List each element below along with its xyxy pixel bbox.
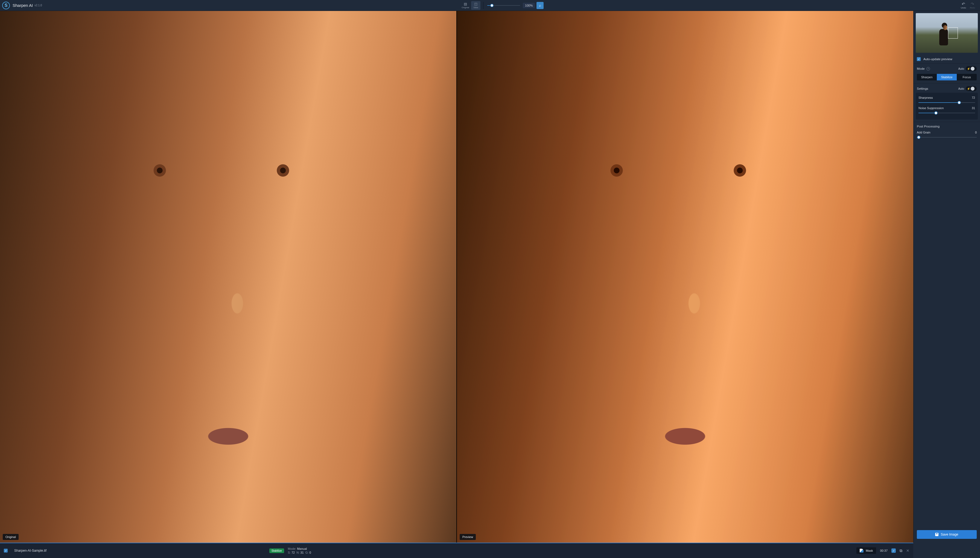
preview-tag: Preview [460, 534, 476, 540]
redo-icon: ↷ [971, 2, 974, 7]
add-grain-value: 0 [975, 131, 977, 134]
sharpness-label: Sharpness [918, 96, 933, 99]
mode-sharpen-button[interactable]: Sharpen [917, 74, 937, 80]
settings-auto-label: Auto [958, 87, 964, 90]
mode-stabilize-button[interactable]: Stabilize [937, 74, 957, 80]
magnifier-icon: ⌕ [539, 3, 541, 7]
redo-button: ↷ Redo [970, 2, 975, 9]
controls-sidebar: ✓ Auto-update preview Mode ? Auto ⚡ Shar… [913, 11, 980, 543]
navigator-viewport-box[interactable] [948, 27, 958, 39]
original-pane[interactable]: Original [0, 11, 456, 543]
app-logo-icon: S [2, 2, 10, 9]
add-grain-label: Add Grain [917, 131, 931, 134]
app-title: Sharpen AI [13, 3, 33, 8]
file-strip: ✓ Sharpen-AI-Sample.tif Stabilize Mode: … [0, 543, 913, 558]
preview-pane[interactable]: Preview [457, 11, 913, 543]
mode-auto-label: Auto [958, 67, 964, 70]
mode-help-icon[interactable]: ? [926, 67, 930, 71]
file-metadata: Mode: Manual S: 72 N: 31 G: 0 [288, 547, 311, 555]
auto-update-checkbox[interactable]: ✓ [917, 57, 921, 61]
add-grain-slider[interactable] [917, 136, 977, 139]
apply-button[interactable]: ✓ [892, 548, 896, 553]
undo-button[interactable]: ↶ Undo [961, 2, 966, 9]
zoom-slider[interactable] [487, 3, 520, 7]
bolt-icon: ⚡ [967, 67, 970, 70]
zoom-value[interactable]: 100% [523, 3, 535, 8]
mode-badge: Stabilize [269, 548, 284, 553]
image-icon: ▧ [464, 2, 467, 6]
settings-auto-toggle[interactable]: ⚡ [966, 86, 977, 91]
settings-title: Settings [917, 87, 928, 90]
preview-image [457, 11, 913, 543]
processing-time: 00:37 [880, 549, 888, 552]
title-bar: S Sharpen AI v2.1.0 ▧ Original ◫ View 10… [0, 0, 980, 11]
mode-title: Mode [917, 67, 925, 70]
noise-suppression-value: 31 [972, 107, 975, 110]
mode-focus-button[interactable]: Focus [957, 74, 977, 80]
original-view-button[interactable]: ▧ Original [461, 1, 470, 10]
original-tag: Original [3, 534, 19, 540]
noise-suppression-slider[interactable] [918, 111, 975, 115]
sharpness-value: 72 [972, 96, 975, 99]
navigator-thumbnail[interactable] [916, 13, 978, 53]
bolt-icon: ⚡ [967, 87, 970, 90]
split-icon: ◫ [474, 2, 477, 6]
filename[interactable]: Sharpen-AI-Sample.tif [14, 549, 46, 553]
app-version: v2.1.0 [34, 4, 42, 7]
post-processing-title: Post Processing [917, 125, 939, 128]
zoom-fit-button[interactable]: ⌕ [536, 2, 544, 9]
mode-auto-toggle[interactable]: ⚡ [966, 66, 977, 71]
mode-segmented-control: Sharpen Stabilize Focus [917, 74, 977, 80]
undo-icon: ↶ [962, 2, 965, 7]
image-viewer[interactable]: Original Preview [0, 11, 913, 543]
mask-button[interactable]: Mask [856, 547, 876, 554]
brush-icon [860, 549, 864, 553]
save-image-button[interactable]: Save Image [917, 530, 977, 539]
open-external-icon[interactable]: ⧉ [900, 548, 902, 553]
sharpness-slider[interactable] [918, 101, 975, 104]
noise-suppression-label: Noise Suppression [918, 107, 944, 110]
file-checkbox[interactable]: ✓ [4, 549, 8, 553]
auto-update-label: Auto-update preview [923, 57, 952, 61]
remove-file-icon[interactable]: ✕ [906, 548, 910, 553]
save-icon [935, 533, 939, 536]
original-image [0, 11, 456, 543]
split-view-button[interactable]: ◫ View [471, 1, 480, 10]
